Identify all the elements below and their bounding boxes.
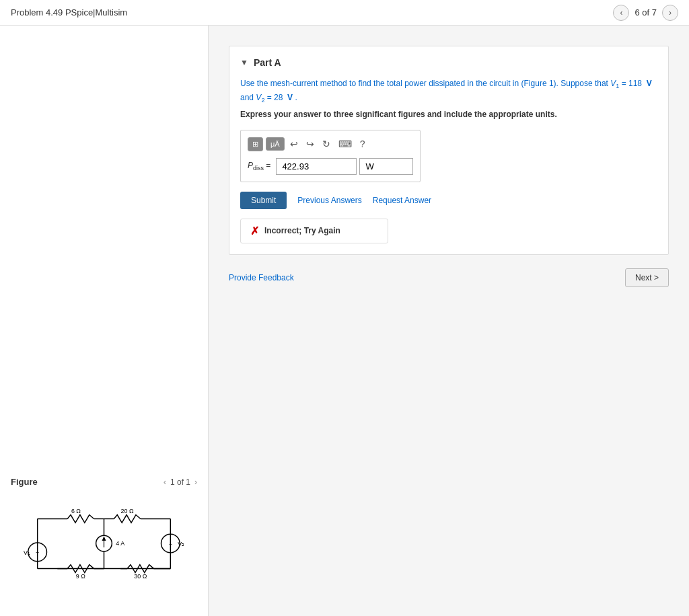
svg-text:9 Ω: 9 Ω	[76, 573, 85, 580]
svg-text:−: −	[169, 541, 172, 547]
help-button[interactable]: ?	[357, 137, 368, 151]
feedback-text: Incorrect; Try Again	[264, 226, 340, 235]
incorrect-icon: ✗	[250, 225, 259, 237]
format-button-1[interactable]: ⊞	[248, 137, 263, 151]
request-answer-link[interactable]: Request Answer	[373, 196, 431, 205]
redo-button[interactable]: ↪	[303, 137, 317, 151]
part-arrow-icon: ▼	[240, 58, 248, 67]
undo-button[interactable]: ↩	[287, 137, 301, 151]
refresh-button[interactable]: ↻	[320, 137, 333, 151]
format-icon-1: ⊞	[252, 140, 258, 149]
next-button[interactable]: Next >	[625, 268, 669, 287]
format-icon-2: μÄ	[270, 140, 280, 148]
previous-answers-link[interactable]: Previous Answers	[297, 196, 361, 205]
answer-box: ⊞ μÄ ↩ ↪ ↻ ⌨ ? Pdiss =	[240, 130, 421, 182]
figure-prev-button[interactable]: ‹	[164, 477, 166, 487]
right-content: ▼ Part A Use the mesh-current method to …	[209, 26, 689, 616]
page-title: Problem 4.49 PSpice|Multisim	[11, 7, 127, 17]
question-text: Use the mesh-current method to find the …	[240, 77, 657, 106]
svg-text:20 Ω: 20 Ω	[121, 508, 134, 514]
circuit-svg: 6 Ω 20 Ω + V₁	[17, 502, 190, 589]
figure-section: Figure ‹ 1 of 1 › 6 Ω	[0, 470, 208, 603]
figure-header: Figure ‹ 1 of 1 ›	[11, 477, 197, 487]
figure-counter: 1 of 1	[170, 477, 190, 487]
submit-button[interactable]: Submit	[240, 192, 287, 209]
main-layout: Figure ‹ 1 of 1 › 6 Ω	[0, 26, 689, 616]
svg-text:V₂: V₂	[178, 541, 184, 547]
figure-next-button[interactable]: ›	[194, 477, 197, 487]
problem-counter: 6 of 7	[634, 7, 657, 17]
svg-text:V₁: V₁	[24, 549, 30, 556]
prev-problem-button[interactable]: ‹	[613, 5, 629, 21]
figure-title: Figure	[11, 477, 38, 487]
format-button-2[interactable]: μÄ	[266, 137, 285, 151]
svg-text:30 Ω: 30 Ω	[134, 573, 147, 580]
feedback-box: ✗ Incorrect; Try Again	[240, 219, 388, 243]
figure-link[interactable]: (Figure 1)	[521, 79, 556, 88]
circuit-diagram: 6 Ω 20 Ω + V₁	[11, 495, 197, 596]
provide-feedback-link[interactable]: Provide Feedback	[229, 273, 294, 282]
header-navigation: ‹ 6 of 7 ›	[613, 5, 678, 21]
answer-label: Pdiss =	[248, 161, 270, 171]
action-row: Submit Previous Answers Request Answer	[240, 192, 657, 209]
question-instruction: Express your answer to three significant…	[240, 110, 657, 119]
unit-input-field[interactable]	[359, 158, 413, 175]
part-a-title: Part A	[254, 57, 281, 68]
svg-text:6 Ω: 6 Ω	[71, 508, 81, 514]
bottom-row: Provide Feedback Next >	[229, 268, 669, 287]
svg-marker-17	[102, 536, 106, 541]
figure-nav: ‹ 1 of 1 ›	[164, 477, 197, 487]
header: Problem 4.49 PSpice|Multisim ‹ 6 of 7 ›	[0, 0, 689, 26]
keyboard-button[interactable]: ⌨	[336, 137, 355, 151]
svg-text:+: +	[36, 549, 39, 556]
part-a-header: ▼ Part A	[240, 57, 657, 68]
part-a-section: ▼ Part A Use the mesh-current method to …	[229, 46, 669, 255]
left-sidebar: Figure ‹ 1 of 1 › 6 Ω	[0, 26, 209, 616]
answer-toolbar: ⊞ μÄ ↩ ↪ ↻ ⌨ ?	[248, 137, 413, 151]
next-problem-button[interactable]: ›	[662, 5, 678, 21]
answer-input-field[interactable]	[276, 158, 357, 175]
svg-text:4 A: 4 A	[116, 540, 124, 547]
answer-input-row: Pdiss =	[248, 158, 413, 175]
